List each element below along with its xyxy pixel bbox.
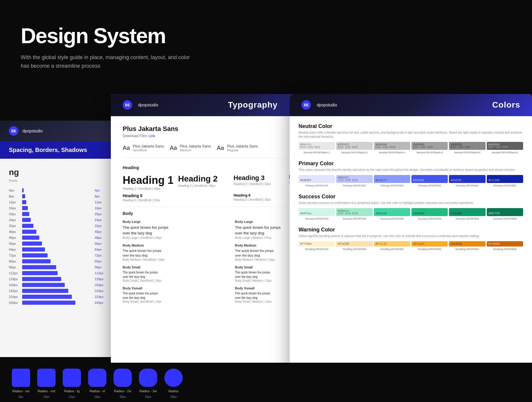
primary-swatch-2: #B0C0CC R176 G190 R202 Primary-DPOP/200 xyxy=(336,175,372,187)
body-large-1: Body Large The quick brown fox jumpsover… xyxy=(123,220,229,239)
success-desc: Green denotes success or confirmation of… xyxy=(299,201,523,205)
weight-aa-1: Aa xyxy=(123,145,130,151)
success-swatch-box-4: #10bb80 xyxy=(411,208,448,216)
neutral-section: Neutral Color Neutral colors offer a fle… xyxy=(299,123,523,154)
primary-swatch-box-4: #4455EE xyxy=(411,175,448,183)
spacing-logo: 66 xyxy=(9,126,18,136)
radius-2xl-box xyxy=(113,369,132,387)
heading-2-meta: Heading 2 | SemiBold | 40px xyxy=(178,184,231,187)
weight-name-3: Plus Jakarta Sans xyxy=(227,144,258,148)
radius-xl-box xyxy=(88,369,106,387)
neutral-swatch-6: #606060 R207 G207 R207 Neutral-DPOP/blac… xyxy=(487,142,523,154)
success-swatch-box-6: #087750 xyxy=(487,208,523,216)
radius-sm-box xyxy=(12,369,30,387)
primary-title: Primary Color xyxy=(299,161,523,167)
weight-sub-2: Medium xyxy=(180,148,211,152)
card-colors: 66 dpopstudio Colors Neutral Color Neutr… xyxy=(290,94,532,402)
spacing-body: ng Pixels 4px4px8px8px12px12px16px16px20… xyxy=(0,159,112,357)
radius-lg-box xyxy=(63,369,81,387)
warning-swatch-box-3: #ffcc55 xyxy=(374,241,410,247)
hero-section: Design System With the global style guid… xyxy=(0,0,532,88)
spacing-row-item: 96px96px xyxy=(9,265,103,269)
hero-subtitle: With the global style guide in place, ma… xyxy=(21,53,192,70)
success-swatch-6: #087750 Success-DPOP/800 xyxy=(487,208,523,220)
spacing-header: 66 dpopstudio xyxy=(0,121,112,141)
spacing-row-item: 80px80px xyxy=(9,259,103,263)
radius-3xl: Radius - 3xl 24px xyxy=(139,369,157,398)
primary-swatch-5: #2A37EC Primary-DPOP/600 xyxy=(449,175,485,187)
heading-2-display: Heading 2 xyxy=(178,174,231,184)
neutral-swatch-box-6: #606060 R207 G207 R207 xyxy=(487,142,523,150)
colors-brand: dpopstudio xyxy=(317,103,337,107)
body-xsmall-1: Body Xsmall The quick brown fox jumpsove… xyxy=(123,286,229,303)
warning-section: Warning Color Yellow signifies pending a… xyxy=(299,227,523,251)
spacing-section-sub: Pixels xyxy=(9,179,103,182)
weight-sub-3: Regular xyxy=(227,148,258,152)
warning-swatch-5: #ee8800 Pending-DPOP/600 xyxy=(449,241,485,251)
radius-full-box xyxy=(164,369,183,387)
success-swatch-box-2: #a0eacc R202 G234 R218 xyxy=(336,208,372,216)
body-medium-1: Body Medium The quick brown fox jumpsove… xyxy=(123,244,229,261)
spacing-row-item: 24px24px xyxy=(9,218,103,222)
warning-swatch-1: #fff8dd Pending-DPOP/100 xyxy=(299,241,335,251)
card-spacing: 66 dpopstudio Spacing, Borders, Shadows … xyxy=(0,121,112,357)
spacing-brand: dpopstudio xyxy=(22,129,43,133)
primary-swatch-4: #4455EE Primary-DPOP/500 xyxy=(411,175,448,187)
neutral-swatch-3: #d0d0d0 R243 G243 R243 Neutral-DPOP/blac… xyxy=(374,142,410,154)
success-title: Success Color xyxy=(299,194,523,200)
success-swatch-4: #10bb80 Success-DPOP/500 xyxy=(411,208,448,220)
spacing-row-item: 192px192px xyxy=(9,289,103,293)
spacing-row-item: 224px224px xyxy=(9,295,103,299)
neutral-swatch-box-2: #f0f0f5 R245 G245 R245 xyxy=(336,142,372,150)
heading-1-meta: Heading 1 | SemiBold | 48px xyxy=(123,187,175,190)
warning-swatch-box-1: #fff8dd xyxy=(299,241,335,247)
primary-desc: This colors represent the brand's identi… xyxy=(299,168,523,172)
spacing-row-item: 8px8px xyxy=(9,194,103,198)
success-swatch-3: #40d4a0 Success-DPOP/300 xyxy=(374,208,410,220)
radius-full: Radius 30px xyxy=(164,369,183,398)
spacing-row-item: 240px240px xyxy=(9,301,103,305)
weight-aa-2: Aa xyxy=(170,145,177,151)
primary-swatch-1: #E8E8EF Primary-DPOP/100 xyxy=(299,175,335,187)
warning-desc: Yellow signifies pending actions or stat… xyxy=(299,234,523,238)
warning-swatch-3: #ffcc55 Pending-DPOP/300 xyxy=(374,241,410,251)
spacing-row-item: 128px128px xyxy=(9,277,103,281)
success-swatch-1: #e0f5ee Success-DPOP/100 xyxy=(299,208,335,220)
neutral-swatch-2: #f0f0f5 R245 G245 R245 Neutral-DPOP/blac… xyxy=(336,142,372,154)
primary-swatch-box-6: #1122AA xyxy=(487,175,523,183)
weight-name-1: Plus Jakarta Sans xyxy=(133,144,164,148)
body-small-1: Body Small The quick brown fox jumpsover… xyxy=(123,265,229,282)
neutral-desc: Neutral colors offer a flexible spectrum… xyxy=(299,131,523,139)
warning-title: Warning Color xyxy=(299,227,523,233)
weight-semibold: Aa Plus Jakarta Sans SemiBold xyxy=(123,144,164,152)
spacing-row-item: 56px56px xyxy=(9,241,103,246)
radius-md: Radius - md 10px xyxy=(37,369,56,398)
warning-swatch-box-6: #cc6600 xyxy=(487,241,523,247)
spacing-rows: 4px4px8px8px12px12px16px16px20px20px24px… xyxy=(9,188,103,305)
body-col-left: Body Large The quick brown fox jumpsover… xyxy=(123,220,229,307)
warning-swatch-4: #ffaa22 Pending-DPOP/500 xyxy=(411,241,448,251)
success-swatch-box-5: #10bb80 xyxy=(449,208,485,216)
neutral-swatch-5: #888888 R207 G207 R207 Neutral-DPOP/blac… xyxy=(449,142,485,154)
success-section: Success Color Green denotes success or c… xyxy=(299,194,523,220)
warning-swatches: #fff8dd Pending-DPOP/100 #ffe599 Pending… xyxy=(299,241,523,251)
neutral-swatch-box-1: #fefcfc R252 G252 R252 xyxy=(299,142,335,150)
weight-sub-1: SemiBold xyxy=(133,148,164,152)
neutral-swatch-box-3: #d0d0d0 R243 G243 R243 xyxy=(374,142,410,150)
primary-swatch-6: #1122AA Primary-DPOP/800 xyxy=(487,175,523,187)
radius-md-box xyxy=(37,369,56,387)
primary-swatch-box-3: #8195ff xyxy=(374,175,410,183)
spacing-row-item: 12px12px xyxy=(9,200,103,204)
primary-swatches: #E8E8EF Primary-DPOP/100 #B0C0CC R176 G1… xyxy=(299,175,523,187)
neutral-title: Neutral Color xyxy=(299,123,523,129)
font-download-link[interactable]: Link xyxy=(148,134,155,138)
spacing-row-item: 4px4px xyxy=(9,188,103,192)
primary-swatch-box-2: #B0C0CC R176 G190 R202 xyxy=(336,175,372,183)
cards-area: 66 dpopstudio Spacing, Borders, Shadows … xyxy=(0,94,532,402)
spacing-row-item: 40px40px xyxy=(9,230,103,234)
heading-2-item: Heading 2 Heading 2 | SemiBold | 40px xyxy=(178,174,231,190)
primary-section: Primary Color This colors represent the … xyxy=(299,161,523,187)
spacing-row-item: 72px72px xyxy=(9,253,103,257)
warning-swatch-box-4: #ffaa22 xyxy=(411,241,448,247)
weight-regular: Aa Plus Jakarta Sans Regular xyxy=(217,144,258,152)
